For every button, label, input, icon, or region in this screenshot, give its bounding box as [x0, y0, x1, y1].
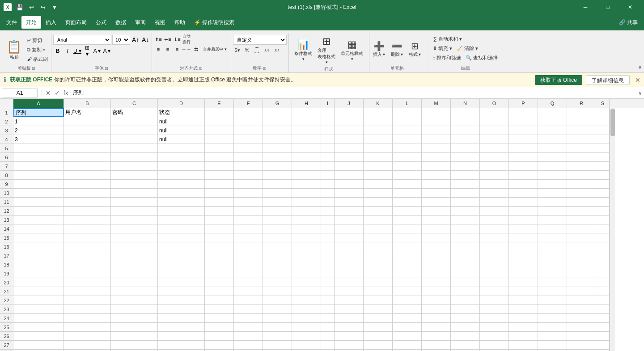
confirm-formula-icon[interactable]: ✓	[54, 89, 61, 97]
cell-M15[interactable]	[422, 233, 451, 242]
conditional-format-button[interactable]: 📊 条件格式 ▾	[292, 38, 314, 62]
cell-J13[interactable]	[335, 216, 364, 224]
cell-P13[interactable]	[509, 216, 538, 224]
save-button[interactable]: 💾	[14, 2, 25, 13]
row-num-1[interactable]: 1	[0, 108, 13, 117]
cell-C18[interactable]	[111, 260, 158, 269]
cell-J7[interactable]	[335, 162, 364, 171]
cell-K20[interactable]	[364, 278, 393, 287]
cell-K13[interactable]	[364, 216, 393, 224]
cell-J4[interactable]	[335, 135, 364, 144]
cell-H24[interactable]	[292, 314, 321, 323]
cell-F9[interactable]	[234, 180, 263, 189]
cell-A19[interactable]	[13, 269, 64, 278]
cell-C23[interactable]	[111, 305, 158, 314]
cell-D19[interactable]	[158, 269, 205, 278]
cell-Q10[interactable]	[538, 189, 567, 198]
cell-B4[interactable]	[64, 135, 111, 144]
cell-O27[interactable]	[480, 341, 509, 350]
cell-I16[interactable]	[321, 242, 335, 251]
cell-F3[interactable]	[234, 126, 263, 135]
cell-L15[interactable]	[393, 233, 422, 242]
cell-R15[interactable]	[567, 233, 596, 242]
table-format-button[interactable]: ⊞ 套用表格格式 ▾	[316, 35, 337, 65]
cell-E21[interactable]	[205, 287, 234, 296]
cell-O8[interactable]	[480, 171, 509, 180]
cell-B21[interactable]	[64, 287, 111, 296]
cell-I15[interactable]	[321, 233, 335, 242]
cell-J14[interactable]	[335, 224, 364, 233]
cell-L2[interactable]	[393, 117, 422, 126]
col-header-p[interactable]: P	[509, 99, 538, 108]
cell-P26[interactable]	[509, 332, 538, 341]
menu-search[interactable]: ⚡ 操作说明搜索	[190, 16, 239, 29]
col-header-o[interactable]: O	[480, 99, 509, 108]
row-num-23[interactable]: 23	[0, 305, 13, 314]
cell-I20[interactable]	[321, 278, 335, 287]
cell-E2[interactable]	[205, 117, 234, 126]
cell-M11[interactable]	[422, 198, 451, 207]
row-num-21[interactable]: 21	[0, 287, 13, 296]
cell-C20[interactable]	[111, 278, 158, 287]
cell-Q13[interactable]	[538, 216, 567, 224]
cell-K5[interactable]	[364, 144, 393, 153]
increase-indent-button[interactable]: ⇆	[191, 45, 200, 54]
cell-N9[interactable]	[451, 180, 480, 189]
cell-H16[interactable]	[292, 242, 321, 251]
cell-F7[interactable]	[234, 162, 263, 171]
cell-H25[interactable]	[292, 323, 321, 332]
menu-file[interactable]: 文件	[2, 16, 21, 29]
cell-J24[interactable]	[335, 314, 364, 323]
cell-M12[interactable]	[422, 207, 451, 216]
cell-P19[interactable]	[509, 269, 538, 278]
cell-C2[interactable]	[111, 117, 158, 126]
cell-R18[interactable]	[567, 260, 596, 269]
cell-F17[interactable]	[234, 251, 263, 260]
cell-A6[interactable]	[13, 153, 64, 162]
cell-D9[interactable]	[158, 180, 205, 189]
cell-Q15[interactable]	[538, 233, 567, 242]
align-top-button[interactable]: ⬆≡	[154, 35, 163, 44]
cell-N25[interactable]	[451, 323, 480, 332]
share-button[interactable]: 🔗 共享	[614, 16, 642, 29]
col-header-r[interactable]: R	[567, 99, 596, 108]
cell-O25[interactable]	[480, 323, 509, 332]
cell-G6[interactable]	[263, 153, 292, 162]
cell-E5[interactable]	[205, 144, 234, 153]
paste-button[interactable]: 📋 粘贴	[4, 38, 25, 62]
cell-K15[interactable]	[364, 233, 393, 242]
cell-J23[interactable]	[335, 305, 364, 314]
col-header-i[interactable]: I	[321, 99, 335, 108]
cell-R8[interactable]	[567, 171, 596, 180]
cell-A23[interactable]	[13, 305, 64, 314]
cell-D12[interactable]	[158, 207, 205, 216]
cell-M1[interactable]	[422, 108, 451, 117]
menu-review[interactable]: 审阅	[131, 16, 150, 29]
cell-E26[interactable]	[205, 332, 234, 341]
col-header-a[interactable]: A	[13, 99, 64, 108]
row-num-7[interactable]: 7	[0, 162, 13, 171]
cell-J5[interactable]	[335, 144, 364, 153]
cell-N12[interactable]	[451, 207, 480, 216]
cell-R25[interactable]	[567, 323, 596, 332]
cell-N8[interactable]	[451, 171, 480, 180]
cell-R22[interactable]	[567, 296, 596, 305]
cell-M14[interactable]	[422, 224, 451, 233]
cell-H6[interactable]	[292, 153, 321, 162]
cell-G16[interactable]	[263, 242, 292, 251]
cell-I2[interactable]	[321, 117, 335, 126]
cell-C10[interactable]	[111, 189, 158, 198]
cell-M17[interactable]	[422, 251, 451, 260]
cell-E9[interactable]	[205, 180, 234, 189]
cell-Q1[interactable]	[538, 108, 567, 117]
cell-P10[interactable]	[509, 189, 538, 198]
cell-F12[interactable]	[234, 207, 263, 216]
cell-Q14[interactable]	[538, 224, 567, 233]
cell-H4[interactable]	[292, 135, 321, 144]
cell-E11[interactable]	[205, 198, 234, 207]
cell-C24[interactable]	[111, 314, 158, 323]
cell-J6[interactable]	[335, 153, 364, 162]
cell-M7[interactable]	[422, 162, 451, 171]
cell-M16[interactable]	[422, 242, 451, 251]
cell-E4[interactable]	[205, 135, 234, 144]
